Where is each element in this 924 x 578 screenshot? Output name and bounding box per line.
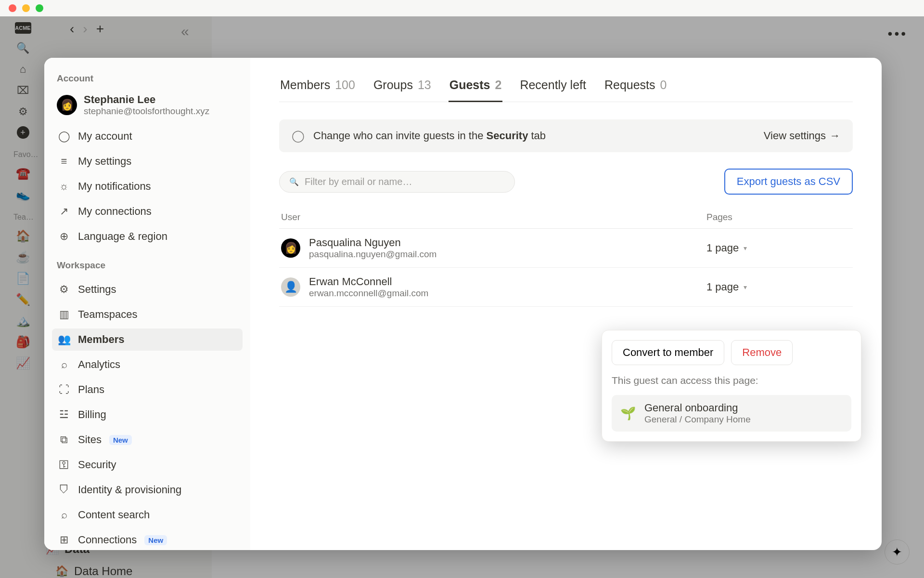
pages-count: 1 page — [706, 281, 739, 293]
nav-plus-icon[interactable]: + — [96, 21, 104, 37]
team-item-3[interactable]: ✏️ — [16, 293, 30, 306]
sidebar-item-label: Settings — [78, 283, 116, 296]
guest-avatar-icon: 👩 — [281, 238, 300, 258]
tab-label: Recently left — [520, 78, 586, 92]
sidebar-item-my-connections[interactable]: ↗My connections — [52, 200, 243, 223]
bg-page-label-1[interactable]: Data Home — [73, 565, 132, 578]
sidebar-item-label: My notifications — [78, 180, 151, 193]
page-breadcrumb: General / Company Home — [644, 414, 751, 425]
sidebar-item-my-account[interactable]: ◯My account — [52, 125, 243, 147]
guest-email: pasqualina.nguyen@gmail.com — [309, 249, 436, 260]
sidebar-item-label: Connections — [78, 534, 137, 546]
remove-guest-button[interactable]: Remove — [731, 340, 793, 365]
collapse-sidebar-icon[interactable]: « — [181, 23, 189, 39]
chart-icon: ⌕ — [58, 358, 70, 371]
sidebar-item-plans[interactable]: ⛶Plans — [52, 379, 243, 401]
profile-block[interactable]: 👩 Stephanie Lee stephanie@toolsforthough… — [52, 92, 243, 122]
banner-text: Change who can invite guests in the Secu… — [313, 130, 755, 142]
sidebar-item-label: Members — [78, 333, 125, 346]
sidebar-item-label: Analytics — [78, 358, 120, 371]
arrow-right-icon: → — [830, 130, 840, 142]
sidebar-item-label: Language & region — [78, 230, 167, 243]
sidebar-item-sites[interactable]: ⧉SitesNew — [52, 429, 243, 451]
fav-item-0[interactable]: ☎️ — [16, 167, 30, 180]
sidebar-item-connections[interactable]: ⊞ConnectionsNew — [52, 529, 243, 550]
accessible-page-item[interactable]: 🌱 General onboarding General / Company H… — [612, 395, 851, 432]
zoom-dot[interactable] — [36, 4, 43, 12]
teamspaces-label: Tea… — [0, 213, 34, 222]
app-window: ACME 🔍 ⌂ ⌧ ⚙ + Favo… ☎️ 👟 Tea… 🏠 ☕️ 📄 ✏️… — [0, 0, 924, 578]
export-csv-button[interactable]: Export guests as CSV — [724, 169, 853, 195]
nav-forward-icon[interactable]: › — [83, 21, 87, 37]
workspace-logo[interactable]: ACME — [15, 22, 31, 34]
guest-row: 👩 Pasqualina Nguyen pasqualina.nguyen@gm… — [279, 229, 853, 268]
sidebar-item-label: Security — [78, 459, 116, 471]
sidebar-item-billing[interactable]: ☳Billing — [52, 404, 243, 426]
tab-requests[interactable]: Requests0 — [603, 78, 668, 102]
settings-content: Members100 Groups13 Guests2 Recently lef… — [250, 58, 882, 550]
sidebar-item-settings[interactable]: ⚙Settings — [52, 278, 243, 301]
minimize-dot[interactable] — [22, 4, 30, 12]
sidebar-item-label: Billing — [78, 408, 106, 421]
user-avatar-icon: 👩 — [57, 95, 77, 115]
tab-members[interactable]: Members100 — [279, 78, 356, 102]
guest-pages-dropdown[interactable]: 1 page ▾ — [706, 242, 851, 254]
team-item-2[interactable]: 📄 — [16, 272, 30, 285]
profile-name: Stephanie Lee — [84, 93, 209, 106]
ai-assist-button[interactable]: ✦ — [885, 539, 910, 565]
inbox-icon[interactable]: ⌧ — [16, 84, 30, 97]
sidebar-item-content-search[interactable]: ⌕Content search — [52, 504, 243, 526]
filter-input[interactable] — [305, 176, 505, 187]
section-workspace-label: Workspace — [52, 257, 243, 276]
sidebar-item-teamspaces[interactable]: ▥Teamspaces — [52, 303, 243, 326]
sidebar-item-my-settings[interactable]: ≡My settings — [52, 150, 243, 172]
tab-count: 2 — [495, 78, 501, 92]
sidebar-item-identity[interactable]: ⛉Identity & provisioning — [52, 479, 243, 501]
view-settings-link[interactable]: View settings → — [764, 130, 840, 142]
building-icon: ▥ — [58, 308, 70, 321]
profile-email: stephanie@toolsforthought.xyz — [84, 106, 209, 117]
filter-search[interactable]: 🔍 — [279, 171, 515, 193]
home-icon[interactable]: ⌂ — [16, 63, 30, 76]
sidebar-item-language-region[interactable]: ⊕Language & region — [52, 225, 243, 248]
sidebar-item-my-notifications[interactable]: ☼My notifications — [52, 175, 243, 197]
col-pages-label: Pages — [706, 212, 851, 223]
tab-groups[interactable]: Groups13 — [372, 78, 432, 102]
convert-to-member-button[interactable]: Convert to member — [612, 340, 724, 365]
new-page-button[interactable]: + — [17, 126, 29, 139]
more-menu-icon[interactable]: ••• — [888, 26, 908, 41]
team-item-5[interactable]: 🎒 — [16, 335, 30, 349]
sidebar-item-security[interactable]: ⚿Security — [52, 454, 243, 476]
team-item-4[interactable]: 🏔️ — [16, 314, 30, 328]
mac-titlebar — [0, 0, 924, 16]
fav-item-1[interactable]: 👟 — [16, 188, 30, 201]
close-dot[interactable] — [9, 4, 16, 12]
sidebar-item-label: My settings — [78, 155, 131, 168]
tab-guests[interactable]: Guests2 — [449, 78, 503, 102]
tab-recently-left[interactable]: Recently left — [519, 78, 587, 102]
person-circle-icon: ◯ — [58, 130, 70, 143]
sliders-icon: ≡ — [58, 155, 70, 168]
tab-label: Members — [280, 78, 330, 92]
guest-name: Erwan McConnell — [309, 276, 428, 288]
favorites-label: Favo… — [0, 150, 38, 159]
guest-access-popover: Convert to member Remove This guest can … — [602, 330, 861, 442]
search-icon[interactable]: 🔍 — [16, 41, 30, 55]
team-item-1[interactable]: ☕️ — [16, 250, 30, 264]
arrow-up-right-icon: ↗ — [58, 205, 70, 218]
tab-count: 13 — [418, 78, 431, 92]
tab-count: 0 — [660, 78, 667, 92]
settings-modal: Account 👩 Stephanie Lee stephanie@toolsf… — [44, 58, 882, 550]
sidebar-item-members[interactable]: 👥Members — [52, 328, 243, 351]
sidebar-item-analytics[interactable]: ⌕Analytics — [52, 354, 243, 376]
team-item-6[interactable]: 📈 — [16, 356, 30, 370]
tab-label: Guests — [449, 78, 490, 92]
nav-back-icon[interactable]: ‹ — [70, 21, 74, 37]
guest-pages-dropdown[interactable]: 1 page ▾ — [706, 281, 851, 293]
browser-icon: ⧉ — [58, 434, 70, 446]
settings-icon[interactable]: ⚙ — [16, 105, 30, 118]
guest-row: 👤 Erwan McConnell erwan.mcconnell@gmail.… — [279, 268, 853, 307]
team-item-0[interactable]: 🏠 — [16, 229, 30, 243]
sidebar-item-label: Identity & provisioning — [78, 484, 181, 496]
page-emoji-1: 🏠 — [55, 565, 68, 578]
